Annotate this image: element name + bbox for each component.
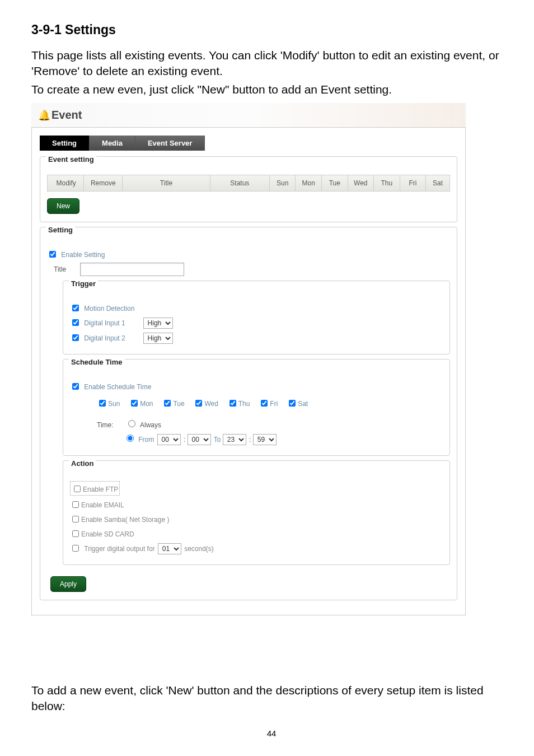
- time-label: Time:: [97, 421, 114, 429]
- digital-input-1-select[interactable]: High: [143, 318, 173, 329]
- section-heading: 3-9-1 Settings: [31, 22, 512, 38]
- tab-event-server[interactable]: Event Server: [135, 136, 205, 151]
- event-panel-title: 🔔Event: [31, 103, 466, 127]
- page-number: 44: [31, 729, 512, 738]
- digital-input-1-label: Digital Input 1: [84, 319, 140, 327]
- bell-icon: 🔔: [38, 109, 50, 122]
- day-wed-label: Wed: [204, 400, 218, 408]
- setting-legend: Setting: [46, 226, 75, 234]
- digital-input-2-label: Digital Input 2: [84, 334, 140, 342]
- day-sat-label: Sat: [298, 400, 308, 408]
- schedule-fieldset: Schedule Time Enable Schedule Time Sun M…: [63, 359, 450, 456]
- enable-schedule-checkbox[interactable]: [72, 383, 79, 390]
- day-mon-label: Mon: [140, 400, 153, 408]
- event-setting-fieldset: Event setting Modify Remove Title Status…: [40, 156, 457, 222]
- time-from-label: From: [138, 436, 154, 444]
- to-hour-select[interactable]: 23: [223, 434, 246, 445]
- title-input[interactable]: [80, 263, 184, 276]
- time-to-label: To: [214, 436, 223, 444]
- tab-setting[interactable]: Setting: [40, 136, 90, 151]
- day-sun-label: Sun: [108, 400, 120, 408]
- time-always-label: Always: [140, 421, 161, 429]
- col-thu: Thu: [374, 175, 400, 191]
- col-wed: Wed: [348, 175, 374, 191]
- col-mon: Mon: [296, 175, 322, 191]
- day-wed-checkbox[interactable]: [195, 400, 202, 407]
- apply-button[interactable]: Apply: [50, 576, 86, 592]
- day-fri-label: Fri: [270, 400, 278, 408]
- col-remove: Remove: [84, 175, 123, 191]
- col-sat: Sat: [426, 175, 449, 191]
- new-button[interactable]: New: [47, 198, 79, 214]
- enable-sdcard-label: Enable SD CARD: [81, 530, 134, 538]
- day-sat-checkbox[interactable]: [289, 400, 296, 407]
- col-tue: Tue: [322, 175, 348, 191]
- title-label: Title: [54, 265, 66, 273]
- from-hour-select[interactable]: 00: [157, 434, 181, 445]
- body-paragraph-3: To add a new event, click 'New' button a…: [31, 683, 512, 715]
- action-legend: Action: [69, 459, 96, 468]
- setting-fieldset: Setting Enable Setting Title Trigger Mot…: [40, 227, 457, 600]
- motion-detection-label: Motion Detection: [84, 305, 134, 312]
- col-modify: Modify: [48, 175, 84, 191]
- day-thu-label: Thu: [238, 400, 250, 408]
- colon-1: :: [184, 436, 188, 444]
- enable-samba-checkbox[interactable]: [72, 516, 79, 522]
- action-fieldset: Action Enable FTP Enable EMAIL Enable Sa…: [63, 460, 450, 565]
- trigger-output-seconds-select[interactable]: 01: [158, 543, 181, 554]
- body-paragraph-2: To create a new even, just click "New" b…: [31, 82, 512, 97]
- enable-setting-label: Enable Setting: [61, 251, 105, 259]
- enable-schedule-label: Enable Schedule Time: [84, 383, 151, 391]
- enable-email-label: Enable EMAIL: [81, 501, 124, 509]
- time-from-radio[interactable]: [127, 435, 134, 442]
- trigger-output-label-2: second(s): [184, 545, 214, 553]
- schedule-legend: Schedule Time: [69, 358, 125, 366]
- trigger-fieldset: Trigger Motion Detection Digital Input 1…: [63, 281, 450, 354]
- to-min-select[interactable]: 59: [253, 434, 277, 445]
- digital-input-2-checkbox[interactable]: [72, 334, 79, 341]
- trigger-output-label-1: Trigger digital output for: [84, 545, 154, 553]
- enable-sdcard-checkbox[interactable]: [72, 530, 79, 537]
- day-mon-checkbox[interactable]: [131, 400, 138, 407]
- motion-detection-checkbox[interactable]: [72, 305, 79, 311]
- trigger-output-checkbox[interactable]: [72, 545, 79, 552]
- tabs: Setting Media Event Server: [40, 136, 457, 151]
- event-table-header: Modify Remove Title Status Sun Mon Tue W…: [47, 175, 450, 192]
- day-tue-checkbox[interactable]: [164, 400, 171, 407]
- enable-setting-checkbox[interactable]: [49, 251, 56, 258]
- enable-ftp-label: Enable FTP: [83, 486, 118, 493]
- digital-input-2-select[interactable]: High: [143, 333, 173, 344]
- col-sun: Sun: [270, 175, 296, 191]
- body-paragraph-1: This page lists all existing events. You…: [31, 48, 512, 80]
- digital-input-1-checkbox[interactable]: [72, 319, 79, 326]
- day-tue-label: Tue: [173, 400, 184, 408]
- event-title-text: Event: [51, 109, 82, 121]
- trigger-legend: Trigger: [69, 279, 98, 288]
- enable-ftp-checkbox[interactable]: [74, 486, 81, 492]
- day-fri-checkbox[interactable]: [261, 400, 268, 407]
- enable-samba-label: Enable Samba( Net Storage ): [81, 516, 169, 524]
- col-fri: Fri: [400, 175, 427, 191]
- enable-email-checkbox[interactable]: [72, 501, 79, 508]
- col-status: Status: [210, 175, 270, 191]
- day-sun-checkbox[interactable]: [99, 400, 106, 407]
- event-setting-legend: Event setting: [46, 155, 96, 164]
- tab-media[interactable]: Media: [90, 136, 135, 151]
- from-min-select[interactable]: 00: [188, 434, 211, 445]
- col-title: Title: [123, 175, 210, 191]
- time-always-radio[interactable]: [128, 420, 135, 427]
- day-thu-checkbox[interactable]: [229, 400, 236, 407]
- event-panel: 🔔Event Setting Media Event Server Event …: [31, 103, 466, 615]
- colon-2: :: [249, 436, 253, 444]
